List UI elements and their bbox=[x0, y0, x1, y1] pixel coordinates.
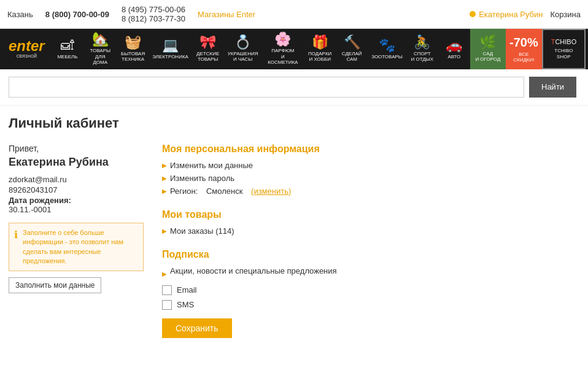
arrow-icon-3: ▶ bbox=[162, 188, 167, 194]
baby-icon: 🎀 bbox=[199, 36, 216, 49]
car-icon: 🚗 bbox=[446, 39, 462, 52]
logo-text: enter связной bbox=[9, 39, 45, 59]
site-logo[interactable]: enter связной bbox=[2, 29, 52, 69]
personal-section: Моя персональная информация ▶ Изменить м… bbox=[162, 144, 579, 196]
nav-item-sport[interactable]: 🚴 СПОРТИ ОТДЫХ bbox=[406, 29, 438, 69]
user-account[interactable]: Екатерина Рубин bbox=[470, 10, 543, 19]
promo-item: ▶ Акции, новости и специальные предложен… bbox=[162, 266, 579, 282]
info-icon: ℹ bbox=[14, 229, 18, 266]
nav-item-parfum[interactable]: 🌸 ПАРФЮМИ КОСМЕТИКА bbox=[261, 29, 304, 69]
phone-secondary-2: 8 (812) 703-77-30 bbox=[122, 14, 185, 23]
main-content: Личный кабинет Привет, Екатерина Рубина … bbox=[0, 106, 588, 361]
top-bar: Казань 8 (800) 700-00-09 8 (495) 775-00-… bbox=[0, 0, 588, 29]
home-icon: 🏡 bbox=[92, 33, 109, 46]
cart-link[interactable]: Корзина bbox=[550, 10, 581, 19]
orders-label: Мои заказы bbox=[170, 226, 214, 236]
nav-item-bytovaya[interactable]: 🧺 БЫТОВАЯТЕХНИКА bbox=[117, 29, 149, 69]
nav-item-mebel[interactable]: 🛋 МЕБЕЛЬ bbox=[52, 29, 83, 69]
laptop-icon: 💻 bbox=[162, 39, 179, 52]
content-layout: Привет, Екатерина Рубина zdorkat@mail.ru… bbox=[9, 144, 579, 352]
pet-icon: 🐾 bbox=[379, 39, 395, 52]
right-panel: Моя персональная информация ▶ Изменить м… bbox=[162, 144, 579, 352]
fill-data-button[interactable]: Заполнить мои данные bbox=[9, 277, 101, 293]
nav-item-sdelaj-sam[interactable]: 🔨 СДЕЛАЙСАМ bbox=[336, 29, 368, 69]
arrow-icon-1: ▶ bbox=[162, 162, 167, 169]
change-password-item: ▶ Изменить пароль bbox=[162, 174, 579, 183]
email-checkbox-wrap: Email bbox=[162, 285, 579, 295]
sms-checkbox[interactable] bbox=[162, 300, 172, 310]
sofa-icon: 🛋 bbox=[61, 39, 74, 52]
orders-item: ▶ Мои заказы (114) bbox=[162, 226, 579, 236]
change-data-item: ▶ Изменить мои данные bbox=[162, 161, 579, 170]
sms-label: SMS bbox=[177, 300, 194, 309]
promo-label: Акции, новости и специальные предложения bbox=[170, 266, 337, 275]
phone-secondary-1: 8 (495) 775-00-06 bbox=[122, 5, 185, 14]
left-panel: Привет, Екатерина Рубина zdorkat@mail.ru… bbox=[9, 144, 144, 352]
sms-checkbox-wrap: SMS bbox=[162, 300, 579, 310]
user-birthday: Дата рождения: 30.11.-0001 bbox=[9, 196, 144, 214]
user-full-name: Екатерина Рубина bbox=[9, 156, 144, 169]
nav-item-elektronika[interactable]: 💻 ЭЛЕКТРОНИКА bbox=[149, 29, 192, 69]
email-label: Email bbox=[177, 285, 197, 294]
top-bar-right: Екатерина Рубин Корзина bbox=[470, 10, 581, 19]
logo-sub: связной bbox=[9, 53, 45, 59]
nav-bar: enter связной 🛋 МЕБЕЛЬ 🏡 ТОВАРЫДЛЯ ДОМА … bbox=[0, 29, 588, 69]
search-button[interactable]: Найти bbox=[529, 77, 576, 98]
nav-item-ukrasheniya[interactable]: 💍 УКРАШЕНИЯИ ЧАСЫ bbox=[224, 29, 262, 69]
arrow-icon-5: ▶ bbox=[162, 271, 167, 277]
birthday-value: 30.11.-0001 bbox=[9, 205, 51, 214]
nav-item-avto[interactable]: 🚗 АВТО bbox=[438, 29, 470, 69]
email-checkbox[interactable] bbox=[162, 285, 172, 295]
nav-item-podarki[interactable]: 🎁 ПОДАРКИИ ХОББИ bbox=[304, 29, 336, 69]
garden-icon: 🌿 bbox=[479, 36, 496, 49]
goods-section: Мои товары ▶ Мои заказы (114) bbox=[162, 209, 579, 236]
nav-item-zoo[interactable]: 🐾 ЗООТОВАРЫ bbox=[368, 29, 406, 69]
user-phone: 89262043107 bbox=[9, 185, 144, 194]
bike-icon: 🚴 bbox=[414, 36, 430, 49]
search-input[interactable] bbox=[9, 77, 524, 98]
tools-icon: 🔨 bbox=[344, 36, 360, 49]
user-online-dot bbox=[470, 11, 476, 17]
orders-link[interactable]: Мои заказы (114) bbox=[170, 226, 234, 236]
arrow-icon-2: ▶ bbox=[162, 175, 167, 182]
region-name[interactable]: Смоленск bbox=[206, 187, 242, 196]
subscription-title: Подписка bbox=[162, 249, 579, 260]
search-bar: Найти bbox=[0, 69, 588, 106]
change-password-link[interactable]: Изменить пароль bbox=[170, 174, 234, 183]
arrow-icon-4: ▶ bbox=[162, 228, 167, 234]
gift-icon: 🎁 bbox=[312, 36, 328, 49]
change-data-link[interactable]: Изменить мои данные bbox=[170, 161, 253, 170]
tchibo-logo: Tchibo bbox=[551, 38, 577, 46]
nav-item-sale[interactable]: -70% ВСЕСКИДКИ! bbox=[506, 29, 542, 69]
region-change-link[interactable]: (изменить) bbox=[251, 187, 291, 196]
phone-secondary-group: 8 (495) 775-00-06 8 (812) 703-77-30 bbox=[122, 5, 185, 23]
appliance-icon: 🧺 bbox=[125, 36, 141, 49]
nav-items: 🛋 МЕБЕЛЬ 🏡 ТОВАРЫДЛЯ ДОМА 🧺 БЫТОВАЯТЕХНИ… bbox=[52, 29, 470, 69]
user-greeting: Привет, bbox=[9, 144, 144, 153]
discount-badge: -70% bbox=[509, 35, 538, 50]
nav-item-tovary-doma[interactable]: 🏡 ТОВАРЫДЛЯ ДОМА bbox=[83, 29, 117, 69]
personal-section-title: Моя персональная информация bbox=[162, 144, 579, 155]
info-box: ℹ Заполните о себе больше информации - э… bbox=[9, 223, 144, 272]
region-label: Регион: bbox=[170, 187, 198, 196]
goods-section-title: Мои товары bbox=[162, 209, 579, 220]
save-button[interactable]: Сохранить bbox=[162, 318, 232, 338]
jewelry-icon: 💍 bbox=[234, 36, 251, 49]
phone-main: 8 (800) 700-00-09 bbox=[45, 10, 109, 19]
region-item: ▶ Регион: Смоленск (изменить) bbox=[162, 187, 579, 196]
stores-link[interactable]: Магазины Enter bbox=[198, 10, 255, 19]
user-email: zdorkat@mail.ru bbox=[9, 175, 144, 184]
user-name-top: Екатерина Рубин bbox=[479, 10, 543, 19]
parfum-icon: 🌸 bbox=[274, 33, 291, 46]
info-text: Заполните о себе больше информации - это… bbox=[23, 228, 138, 266]
birthday-label: Дата рождения: bbox=[9, 196, 144, 205]
nav-item-tchibo[interactable]: Tchibo TCHIBO SHOP bbox=[542, 29, 586, 69]
city-link[interactable]: Казань bbox=[7, 10, 33, 19]
subscription-section: Подписка ▶ Акции, новости и специальные … bbox=[162, 249, 579, 338]
nav-item-garden[interactable]: 🌿 САДИ ОГОРОД bbox=[470, 29, 506, 69]
orders-count: (114) bbox=[215, 226, 234, 236]
nav-item-detskie[interactable]: 🎀 ДЕТСКИЕТОВАРЫ bbox=[192, 29, 224, 69]
page-title: Личный кабинет bbox=[9, 115, 579, 131]
